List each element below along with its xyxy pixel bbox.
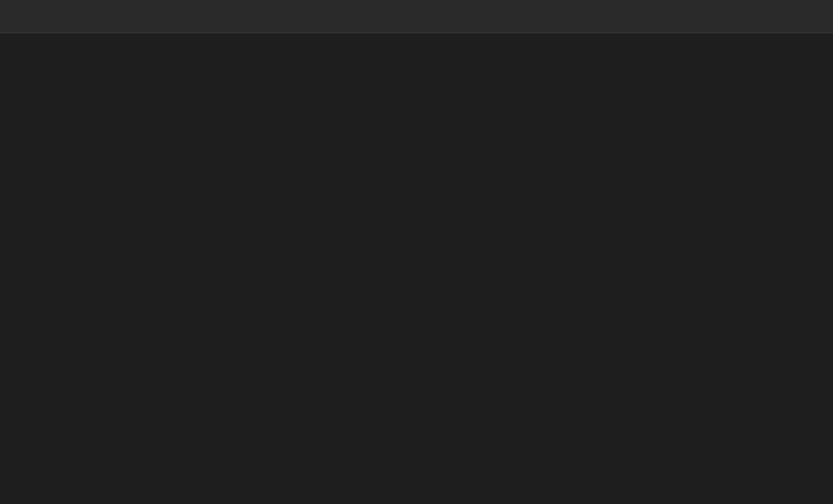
top-section bbox=[0, 0, 833, 33]
bottom-section bbox=[0, 33, 833, 504]
